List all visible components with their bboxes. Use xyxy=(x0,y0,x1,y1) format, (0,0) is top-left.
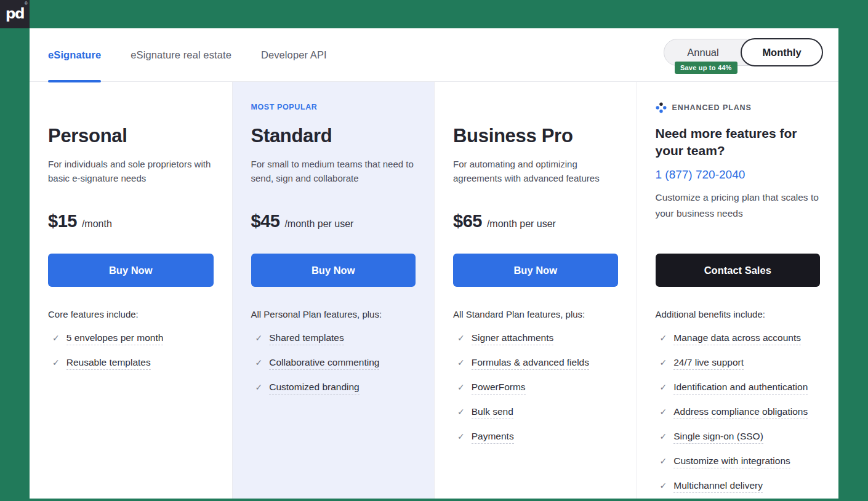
feature-link[interactable]: Identification and authentication xyxy=(673,382,808,395)
tab-esignature[interactable]: eSignature xyxy=(48,28,101,81)
most-popular-badge: MOST POPULAR xyxy=(251,103,416,113)
enhanced-title: Need more features for your team? xyxy=(656,125,821,159)
brand-logo[interactable]: pd ® xyxy=(0,0,30,28)
plan-badge xyxy=(48,103,214,113)
feature-link[interactable]: Manage data across accounts xyxy=(673,332,801,345)
enhanced-plans-icon xyxy=(656,102,667,113)
plan-badge xyxy=(453,103,618,113)
check-icon: ✓ xyxy=(457,407,465,417)
check-icon: ✓ xyxy=(660,456,667,466)
feature-link[interactable]: Formulas & advanced fields xyxy=(472,357,589,370)
features-heading: Core features include: xyxy=(48,309,214,319)
check-icon: ✓ xyxy=(52,358,60,367)
feature-link[interactable]: Bulk send xyxy=(472,406,513,419)
feature-link[interactable]: Customized branding xyxy=(269,382,359,395)
features-list: ✓Signer attachments ✓Formulas & advanced… xyxy=(453,332,618,444)
features-heading: All Standard Plan features, plus: xyxy=(453,309,618,319)
plan-description: For automating and optimizing agreements… xyxy=(453,157,618,201)
feature-link[interactable]: Shared templates xyxy=(269,332,344,345)
product-tabs: eSignature eSignature real estate Develo… xyxy=(48,28,327,81)
feature-link[interactable]: 24/7 live support xyxy=(673,357,744,370)
feature-link[interactable]: Single sign-on (SSO) xyxy=(673,431,763,444)
check-icon: ✓ xyxy=(255,382,263,392)
plan-head: MOST POPULAR Standard For small to mediu… xyxy=(251,103,416,254)
billing-toggle-wrap: Annual Monthly Save up to 44% xyxy=(664,39,822,81)
check-icon: ✓ xyxy=(255,358,263,367)
monthly-toggle-button[interactable]: Monthly xyxy=(741,38,823,66)
feature-item: ✓24/7 live support xyxy=(660,357,821,370)
tab-esignature-real-estate[interactable]: eSignature real estate xyxy=(131,28,231,81)
plan-column-business-pro: Business Pro For automating and optimizi… xyxy=(434,82,637,499)
feature-item: ✓5 envelopes per month xyxy=(52,332,214,345)
feature-link[interactable]: Collaborative commenting xyxy=(269,357,379,370)
check-icon: ✓ xyxy=(660,431,667,441)
enhanced-plans-column: ENHANCED PLANS Need more features for yo… xyxy=(637,82,839,499)
plan-price: $65 /month per user xyxy=(453,211,618,231)
check-icon: ✓ xyxy=(457,358,465,367)
enhanced-plans-label: ENHANCED PLANS xyxy=(672,103,752,112)
tab-developer-api[interactable]: Developer API xyxy=(261,28,327,81)
price-suffix: /month per user xyxy=(284,218,353,230)
plan-description: For small to medium teams that need to s… xyxy=(251,157,416,201)
check-icon: ✓ xyxy=(660,358,667,367)
buy-now-button-personal[interactable]: Buy Now xyxy=(48,254,214,287)
price-amount: $45 xyxy=(251,211,280,231)
feature-item: ✓Customize with integrations xyxy=(660,455,821,468)
pandadoc-logo-icon: pd xyxy=(6,6,24,22)
check-icon: ✓ xyxy=(660,407,667,417)
plan-description: For individuals and sole proprietors wit… xyxy=(48,157,214,201)
savings-badge: Save up to 44% xyxy=(675,62,737,74)
features-heading: Additional benefits include: xyxy=(656,309,821,319)
feature-item: ✓Single sign-on (SSO) xyxy=(660,431,821,444)
price-amount: $65 xyxy=(453,211,482,231)
feature-item: ✓Bulk send xyxy=(457,406,618,419)
plan-name: Standard xyxy=(251,125,416,147)
check-icon: ✓ xyxy=(660,333,667,343)
feature-item: ✓PowerForms xyxy=(457,382,618,395)
check-icon: ✓ xyxy=(255,333,263,343)
feature-item: ✓Collaborative commenting xyxy=(255,357,416,370)
feature-link[interactable]: Payments xyxy=(472,431,514,444)
buy-now-button-business-pro[interactable]: Buy Now xyxy=(453,254,618,287)
check-icon: ✓ xyxy=(660,481,667,491)
check-icon: ✓ xyxy=(660,382,667,392)
price-amount: $15 xyxy=(48,211,77,231)
plan-price: $45 /month per user xyxy=(251,211,416,231)
feature-link[interactable]: Customize with integrations xyxy=(673,455,790,468)
features-list: ✓Shared templates ✓Collaborative comment… xyxy=(251,332,416,395)
feature-link[interactable]: 5 envelopes per month xyxy=(66,332,164,345)
feature-item: ✓Address compliance obligations xyxy=(660,406,821,419)
check-icon: ✓ xyxy=(457,431,465,441)
plan-name: Business Pro xyxy=(453,125,618,147)
pricing-header: eSignature eSignature real estate Develo… xyxy=(30,28,838,82)
feature-item: ✓Manage data across accounts xyxy=(660,332,821,345)
plan-column-personal: Personal For individuals and sole propri… xyxy=(30,82,232,499)
features-heading: All Personal Plan features, plus: xyxy=(251,309,416,319)
feature-item: ✓Signer attachments xyxy=(457,332,618,345)
check-icon: ✓ xyxy=(457,333,465,343)
contact-sales-button[interactable]: Contact Sales xyxy=(656,254,821,287)
enhanced-description: Customize a pricing plan that scales to … xyxy=(656,190,821,220)
feature-link[interactable]: Reusable templates xyxy=(66,357,151,370)
enhanced-plans-label-row: ENHANCED PLANS xyxy=(656,103,821,113)
plan-price: $15 /month xyxy=(48,211,214,231)
plan-column-standard: MOST POPULAR Standard For small to mediu… xyxy=(232,82,435,499)
feature-link[interactable]: Address compliance obligations xyxy=(673,406,808,419)
feature-link[interactable]: Multichannel delivery xyxy=(673,480,763,493)
buy-now-button-standard[interactable]: Buy Now xyxy=(251,254,416,287)
feature-item: ✓Customized branding xyxy=(255,382,416,395)
feature-item: ✓Shared templates xyxy=(255,332,416,345)
price-suffix: /month xyxy=(82,218,112,230)
feature-item: ✓Multichannel delivery xyxy=(660,480,821,493)
plan-head: Personal For individuals and sole propri… xyxy=(48,103,214,254)
pricing-card: eSignature eSignature real estate Develo… xyxy=(30,28,838,499)
registered-mark: ® xyxy=(25,1,28,6)
sales-phone-link[interactable]: 1 (877) 720-2040 xyxy=(656,168,745,182)
feature-item: ✓Formulas & advanced fields xyxy=(457,357,618,370)
check-icon: ✓ xyxy=(52,333,60,343)
feature-item: ✓Reusable templates xyxy=(52,357,214,370)
feature-link[interactable]: Signer attachments xyxy=(472,332,554,345)
feature-item: ✓Payments xyxy=(457,431,618,444)
feature-item: ✓Identification and authentication xyxy=(660,382,821,395)
feature-link[interactable]: PowerForms xyxy=(472,382,526,395)
